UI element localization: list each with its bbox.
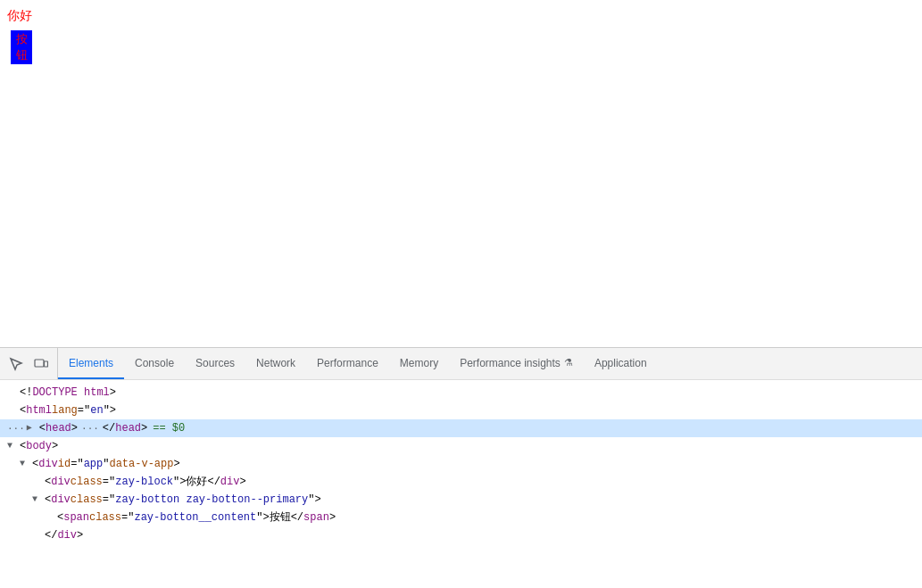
- code-div-app: <div id="app" data-v-app>: [0, 455, 922, 473]
- arrow-body[interactable]: [7, 438, 20, 454]
- code-body-open: <body>: [0, 437, 922, 455]
- code-head[interactable]: ··· <head> ··· </head> == $0: [0, 419, 922, 437]
- page-button[interactable]: 按钮: [11, 30, 32, 64]
- page-content: 你好 按钮: [0, 0, 922, 348]
- arrow-zay-botton[interactable]: [32, 492, 45, 508]
- devtools-panel: Elements Console Sources Network Perform…: [0, 347, 922, 588]
- devtools-tabs: Elements Console Sources Network Perform…: [58, 348, 658, 379]
- svg-rect-1: [45, 361, 48, 367]
- code-div-close: ▶ </div>: [0, 526, 922, 544]
- code-doctype: ▶ <!DOCTYPE html>: [0, 384, 922, 402]
- code-html-open: ▶ <html lang="en">: [0, 402, 922, 419]
- device-toolbar-icon[interactable]: [30, 353, 52, 375]
- arrow-div-app[interactable]: [20, 456, 32, 472]
- dollar-zero: == $0: [153, 420, 185, 436]
- inspect-element-icon[interactable]: [5, 353, 27, 375]
- code-div-zay-botton: <div class="zay-botton zay-botton--prima…: [0, 491, 922, 509]
- hello-text: 你好: [7, 8, 32, 22]
- dots-expand[interactable]: ···: [7, 420, 25, 436]
- tab-elements[interactable]: Elements: [58, 348, 124, 379]
- tab-memory[interactable]: Memory: [389, 348, 449, 379]
- code-div-zay-block: ▶ <div class="zay-block">你好</div>: [0, 473, 922, 491]
- devtools-icon-group: [0, 348, 58, 379]
- tab-performance[interactable]: Performance: [306, 348, 389, 379]
- tab-performance-insights[interactable]: Performance insights ⚗: [449, 348, 584, 379]
- code-span-content: ▶ <span class="zay-botton__content">按钮</…: [0, 509, 922, 526]
- tab-network[interactable]: Network: [245, 348, 306, 379]
- performance-insights-icon: ⚗: [564, 357, 573, 369]
- tab-console[interactable]: Console: [124, 348, 185, 379]
- arrow-head[interactable]: [27, 420, 39, 436]
- devtools-elements-panel: ▶ <!DOCTYPE html> ▶ <html lang="en"> ···…: [0, 380, 922, 588]
- svg-rect-0: [35, 360, 44, 367]
- tab-sources[interactable]: Sources: [185, 348, 245, 379]
- tab-application[interactable]: Application: [584, 348, 658, 379]
- page-text: 你好 按钮: [7, 7, 32, 25]
- devtools-toolbar: Elements Console Sources Network Perform…: [0, 348, 922, 380]
